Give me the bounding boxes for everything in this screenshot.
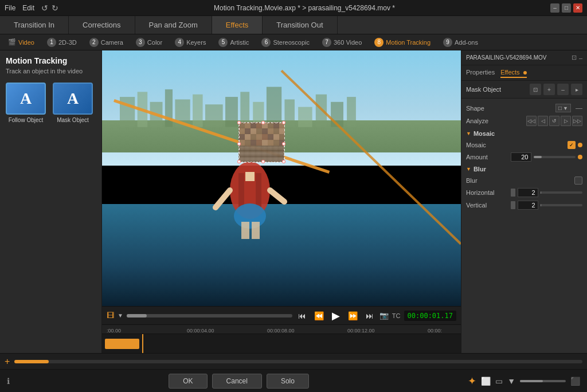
analyze-forward-btn[interactable]: ▷ [561, 116, 571, 126]
track-dot-mr[interactable] [282, 142, 285, 146]
play-button[interactable]: ▶ [330, 308, 342, 323]
tab-transition-in[interactable]: Transition In [0, 16, 69, 34]
mask-btn-1[interactable]: ⊡ [530, 84, 541, 95]
zoom-slider[interactable] [520, 380, 566, 382]
shape-row: Shape □ ▼ — [461, 102, 587, 114]
analyze-loop-btn[interactable]: ↺ [549, 116, 559, 126]
track-dot-br[interactable] [282, 160, 285, 163]
blur-prop-label: Blur [466, 177, 572, 184]
header-btn-1[interactable]: ⊡ [572, 54, 577, 61]
mask-object-item[interactable]: A Mask Object [53, 83, 93, 123]
mask-object-row-label: Mask Object [466, 86, 501, 93]
blur-checkbox[interactable] [574, 177, 582, 185]
vertical-drag-handle[interactable] [511, 201, 515, 209]
track-dot-tc[interactable] [261, 121, 265, 124]
step-back-button[interactable]: ⏪ [312, 310, 326, 322]
skip-end-button[interactable]: ⏭ [363, 310, 376, 322]
skip-start-button[interactable]: ⏮ [296, 310, 308, 322]
subtab-2d3d[interactable]: 1 2D-3D [41, 34, 83, 50]
step-forward-button[interactable]: ⏩ [346, 310, 360, 322]
horizontal-slider[interactable] [541, 191, 583, 194]
footer-actions: OK Cancel Solo [169, 374, 309, 389]
camera-icon: 📷 [379, 311, 389, 320]
add-track-button[interactable]: + [5, 356, 10, 367]
timecode-display: 00:00:01.17 [404, 311, 456, 321]
scrub-bar[interactable] [14, 360, 582, 363]
cancel-button[interactable]: Cancel [212, 374, 262, 389]
maximize-button[interactable]: □ [562, 3, 571, 13]
fullscreen-icon[interactable]: ⬜ [481, 377, 491, 386]
tab-properties[interactable]: Properties [466, 68, 495, 78]
info-icon[interactable]: ℹ [7, 377, 10, 386]
horizontal-value[interactable]: 2 [518, 188, 538, 197]
timeline-track[interactable] [102, 334, 461, 353]
track-dot-bl[interactable] [237, 160, 241, 163]
subtab-camera[interactable]: 2 Camera [84, 34, 129, 50]
progress-track[interactable] [127, 314, 292, 317]
timeline-playhead[interactable] [142, 334, 143, 353]
track-dot-bc[interactable] [261, 160, 265, 163]
dropdown-icon[interactable]: ▼ [507, 377, 515, 386]
analyze-forward-end-btn[interactable]: ▷▷ [572, 116, 582, 126]
display-icon[interactable]: ▭ [495, 377, 503, 386]
mosaic-checkbox[interactable]: ✓ [568, 141, 576, 149]
subtab-color[interactable]: 3 Color [130, 34, 168, 50]
tab-corrections[interactable]: Corrections [69, 16, 135, 34]
horizontal-drag-handle[interactable] [511, 189, 515, 197]
header-collapse-button[interactable]: – [579, 54, 582, 61]
tab-transition-out[interactable]: Transition Out [263, 16, 337, 34]
clip-block[interactable] [105, 339, 139, 349]
file-menu[interactable]: File [5, 4, 15, 12]
mask-btn-4[interactable]: ▸ [571, 84, 582, 95]
svg-rect-35 [239, 128, 245, 134]
mask-object-row: Mask Object ⊡ + – ▸ [461, 81, 587, 99]
subtab-keyers[interactable]: 4 Keyers [169, 34, 212, 50]
subtab-addons[interactable]: 9 Add-ons [437, 34, 484, 50]
track-dot-tr[interactable] [282, 121, 285, 124]
tab-pan-zoom[interactable]: Pan and Zoom [135, 16, 212, 34]
subtab-artistic[interactable]: 5 Artistic [213, 34, 255, 50]
follow-object-item[interactable]: A Follow Object [6, 83, 46, 123]
svg-rect-19 [238, 173, 244, 207]
svg-line-25 [270, 190, 284, 202]
subtab-360video[interactable]: 7 360 Video [316, 34, 367, 50]
amount-value[interactable]: 20 [511, 152, 531, 162]
solo-button[interactable]: Solo [267, 374, 309, 389]
subtab-video[interactable]: 🎬 Video [2, 34, 40, 50]
analyze-back-end-btn[interactable]: ◁◁ [526, 116, 537, 126]
mask-btn-3[interactable]: – [557, 84, 569, 95]
mosaic-overlay[interactable] [238, 122, 284, 162]
vertical-slider[interactable] [541, 204, 583, 206]
svg-rect-54 [256, 140, 262, 146]
sub-navigation: 🎬 Video 1 2D-3D 2 Camera 3 Color 4 Keyer… [0, 34, 587, 50]
vertical-value[interactable]: 2 [518, 201, 538, 210]
undo-button[interactable]: ↺ [41, 3, 48, 13]
redo-button[interactable]: ↻ [52, 3, 58, 13]
mask-btn-2[interactable]: + [543, 84, 555, 95]
tab-effects-right[interactable]: Effects [500, 68, 527, 78]
svg-rect-45 [251, 134, 256, 140]
close-button[interactable]: ✕ [573, 3, 582, 13]
window-title: Motion Tracking.Movie.axp * > parasailin… [58, 4, 550, 12]
track-dot-ml[interactable] [237, 142, 241, 146]
compass-icon[interactable]: ✦ [468, 375, 476, 387]
minimize-button[interactable]: – [550, 3, 559, 13]
left-effects-panel: Motion Tracking Track an object in the v… [0, 50, 102, 353]
track-dot-tl[interactable] [237, 121, 241, 124]
tab-effects[interactable]: Effects [212, 16, 263, 34]
subtab-motion-tracking[interactable]: 8 Motion Tracking [369, 34, 436, 50]
shape-dropdown[interactable]: □ ▼ [555, 104, 571, 112]
analyze-back-btn[interactable]: ◁ [538, 116, 548, 126]
amount-slider[interactable] [534, 156, 576, 158]
aspect-ratio-icon[interactable]: ⬛ [570, 377, 580, 386]
svg-rect-20 [256, 173, 261, 207]
svg-rect-39 [262, 128, 268, 134]
right-panel-tabs: Properties Effects [461, 65, 587, 81]
filmstrip-dropdown-icon[interactable]: ▼ [118, 312, 123, 319]
subtab-stereoscopic[interactable]: 6 Stereoscopic [256, 34, 315, 50]
ok-button[interactable]: OK [169, 374, 207, 389]
header-buttons: ⊡ – [572, 54, 582, 61]
menu-bar: File Edit [5, 4, 34, 12]
mosaic-amount-row: Amount 20 [461, 151, 587, 163]
edit-menu[interactable]: Edit [22, 4, 34, 12]
